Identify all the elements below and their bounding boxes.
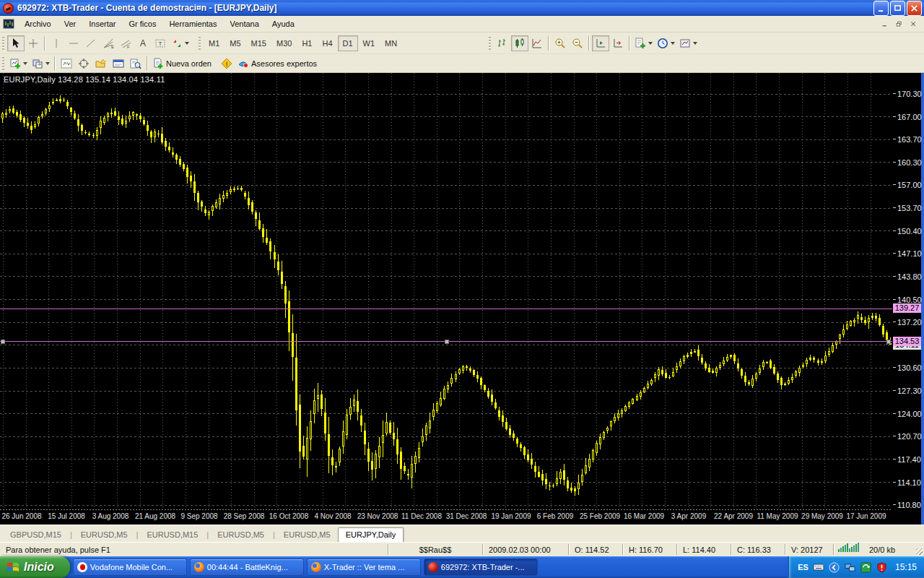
price-tick-label: 124.00 (897, 410, 924, 418)
cursor-button[interactable] (7, 35, 25, 51)
indicators-button[interactable] (632, 35, 655, 51)
market-watch-button[interactable] (58, 56, 75, 72)
security-shield-icon[interactable] (876, 561, 888, 573)
horizontal-line-button[interactable] (65, 35, 82, 51)
timeframe-m5-button[interactable]: M5 (225, 35, 245, 51)
price-tick-label: 114.10 (897, 478, 924, 487)
pointer-icon (10, 38, 22, 49)
keyboard-icon[interactable] (813, 561, 824, 573)
candlestick-chart-button[interactable] (511, 35, 528, 51)
timeframe-h4-button[interactable]: H4 (317, 35, 337, 51)
menu-ayuda[interactable]: Ayuda (266, 17, 301, 30)
timeframe-m15-button[interactable]: M15 (246, 35, 271, 51)
status-bar: Para obtener ayuda, pulse F1 $$Rau$$ 200… (0, 542, 924, 556)
status-traffic: 20/0 kb (863, 543, 914, 556)
status-close: C: 116.33 (731, 543, 785, 556)
auto-scroll-button[interactable] (592, 35, 609, 51)
hide-icons-chevron-icon[interactable] (829, 561, 840, 573)
mdi-restore-button[interactable] (893, 19, 905, 30)
menu-ver[interactable]: Ver (58, 17, 83, 30)
trendline-button[interactable] (82, 35, 100, 51)
terminal-button[interactable] (110, 56, 127, 72)
chart-tab-eurusd-m5[interactable]: EURUSD,M5 (74, 528, 135, 542)
mdi-minimize-button[interactable] (879, 19, 891, 30)
periods-button[interactable] (655, 35, 677, 51)
timeframe-d1-button[interactable]: D1 (338, 35, 358, 51)
arrows-button[interactable] (169, 35, 191, 51)
price-tick-label: 167.00 (897, 113, 924, 121)
label-icon (154, 38, 166, 49)
fibo-icon (103, 38, 114, 49)
system-tray: ES 15:15 (788, 556, 924, 578)
zoom-in-button[interactable] (552, 35, 569, 51)
chart-tab-eurusd-m5[interactable]: EURUSD,M5 (210, 528, 271, 542)
text-button[interactable] (134, 35, 152, 51)
window-title: 692972: XTB-Trader - Cuenta de demostrac… (17, 3, 873, 13)
minimize-button[interactable] (873, 1, 889, 16)
line-chart-button[interactable] (528, 35, 546, 51)
language-indicator[interactable]: ES (798, 563, 808, 571)
menu-ventana[interactable]: Ventana (223, 17, 265, 30)
menu-insertar[interactable]: Insertar (82, 17, 122, 30)
bar-chart-button[interactable] (494, 35, 511, 51)
timeframe-m1-button[interactable]: M1 (204, 35, 225, 51)
profiles-button[interactable] (30, 56, 52, 72)
templates-button[interactable] (677, 35, 699, 51)
timeframe-h1-button[interactable]: H1 (297, 35, 317, 51)
network-icon[interactable] (845, 561, 856, 573)
target-icon (78, 58, 90, 69)
price-tick-label: 130.60 (897, 363, 924, 372)
vertical-line-button[interactable] (48, 35, 65, 51)
chart-tab-eurjpy-daily[interactable]: EURJPY,Daily (338, 527, 404, 542)
menu-herramientas[interactable]: Herramientas (162, 17, 223, 30)
menu-archivo[interactable]: Archivo (18, 17, 58, 30)
price-tick-label: 143.80 (897, 272, 924, 281)
order-icon (152, 58, 164, 69)
mdi-close-button[interactable] (907, 19, 920, 30)
data-window-button[interactable] (75, 56, 92, 72)
chart-tab-gbpusd-m15[interactable]: GBPUSD,M15 (3, 528, 69, 542)
candlestick-plot[interactable] (0, 73, 892, 525)
sync-app-icon[interactable] (860, 561, 872, 573)
price-tick-label: 127.30 (897, 387, 924, 395)
shift-icon (612, 38, 624, 49)
vline-icon (51, 38, 62, 49)
text-label-button[interactable] (152, 35, 169, 51)
equidistant-channel-button[interactable] (117, 35, 134, 51)
cross-icon (27, 38, 39, 49)
taskbar-task-vodafone[interactable]: Vodafone Mobile Con... (73, 558, 187, 576)
close-button[interactable] (907, 1, 922, 16)
windows-flag-icon (6, 560, 20, 574)
timeframe-m30-button[interactable]: M30 (271, 35, 297, 51)
strategy-tester-button[interactable] (127, 56, 144, 72)
menu-grficos[interactable]: Gr ficos (123, 17, 163, 30)
new-chart-button[interactable] (7, 56, 30, 72)
new-order-button[interactable]: Nueva orden (150, 56, 218, 72)
navigator-button[interactable] (92, 56, 110, 72)
metaeditor-warning-button[interactable] (218, 56, 235, 72)
price-tick-label: 117.40 (897, 455, 924, 464)
price-tick-label: 160.30 (897, 158, 924, 167)
chart-tab-eurusd-m5[interactable]: EURUSD,M5 (276, 528, 338, 542)
crosshair-button[interactable] (25, 35, 42, 51)
line-icon (531, 38, 543, 49)
price-tick-label: 157.00 (897, 181, 924, 189)
chart-window[interactable]: EURJPY,Daily 134.28 135.14 134.04 134.11… (0, 73, 924, 525)
chart-tab-eurusd-m15[interactable]: EURUSD,M15 (139, 528, 205, 542)
chart-document-icon (2, 18, 15, 30)
zoom-out-button[interactable] (569, 35, 586, 51)
price-tick-label: 150.40 (897, 227, 924, 236)
price-tick-label: 120.70 (897, 432, 924, 441)
scroll-icon (595, 38, 606, 49)
fibonacci-retracement-button[interactable] (100, 35, 117, 51)
taskbar-task-firefox[interactable]: X-Trader :: Ver tema ... (307, 558, 421, 576)
maximize-button[interactable] (890, 1, 905, 16)
chart-shift-button[interactable] (609, 35, 627, 51)
expert-advisors-button[interactable]: Asesores expertos (235, 56, 323, 72)
taskbar-task-xtb[interactable]: 692972: XTB-Trader -... (424, 558, 538, 576)
start-button[interactable]: Inicio (0, 556, 70, 578)
timeframe-w1-button[interactable]: W1 (358, 35, 380, 51)
timeframe-mn-button[interactable]: MN (380, 35, 402, 51)
channel-icon (120, 38, 131, 49)
taskbar-task-firefox[interactable]: 00:44:44 - BattleKnig... (190, 558, 304, 576)
